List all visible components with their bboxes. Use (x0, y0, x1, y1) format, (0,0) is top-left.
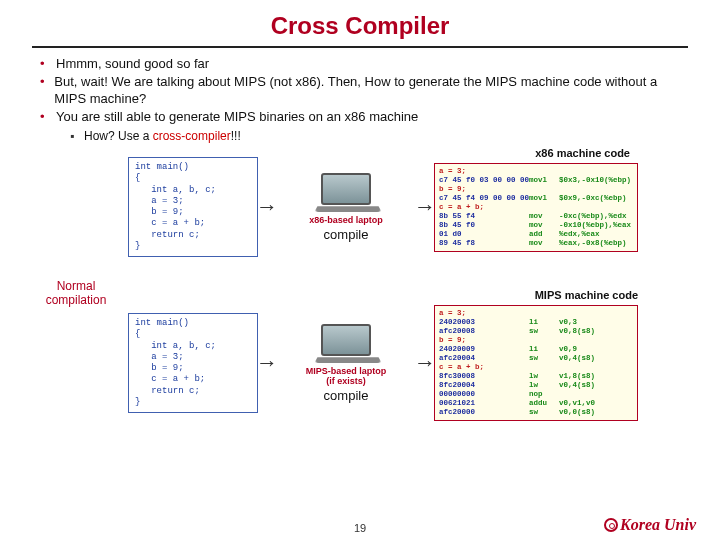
x86-row: int main() { int a, b, c; a = 3; b = 9; … (128, 157, 638, 257)
mips-laptop-block: MIPS-based laptop (if exists) compile (276, 324, 416, 403)
source-code-box-2: int main() { int a, b, c; a = 3; b = 9; … (128, 313, 258, 413)
bullet-dot: • (40, 74, 54, 107)
normal-line2: compilation (46, 293, 107, 307)
bullet-text: But, wait! We are talking about MIPS (no… (54, 74, 680, 107)
slide-title: Cross Compiler (0, 0, 720, 40)
title-divider (32, 46, 688, 48)
bullet-list: •Hmmm, sound good so far •But, wait! We … (40, 56, 680, 143)
normal-line1: Normal (57, 279, 96, 293)
normal-compilation-label: Normal compilation (30, 279, 122, 308)
bullet-dot: • (40, 56, 56, 72)
if-exists-label: (if exists) (276, 376, 416, 386)
sub-bullet-text: How? Use a cross-compiler!!! (84, 129, 241, 143)
laptop-icon (316, 324, 376, 364)
x86-laptop-block: x86-based laptop compile (276, 173, 416, 242)
arrow-icon: → (256, 194, 278, 220)
sub-suffix: !!! (231, 129, 241, 143)
cross-compiler-term: cross-compiler (153, 129, 231, 143)
mips-machine-code-box: a = 3;24020003liv0,3afc20008swv0,8(s8)b … (434, 305, 638, 421)
mips-row: int main() { int a, b, c; a = 3; b = 9; … (128, 305, 638, 421)
compile-label: compile (276, 227, 416, 242)
laptop-icon (316, 173, 376, 213)
arrow-icon: → (414, 350, 436, 376)
mips-mc-label: MIPS machine code (535, 289, 638, 301)
bullet-text: Hmmm, sound good so far (56, 56, 209, 72)
university-label: Korea Univ (604, 516, 696, 534)
sub-prefix: How? Use a (84, 129, 153, 143)
x86-laptop-label: x86-based laptop (276, 215, 416, 225)
source-code-box-1: int main() { int a, b, c; a = 3; b = 9; … (128, 157, 258, 257)
bullet-dot: • (40, 109, 56, 125)
arrow-icon: → (414, 194, 436, 220)
mips-laptop-label: MIPS-based laptop (276, 366, 416, 376)
arrow-icon: → (256, 350, 278, 376)
university-name: Korea Univ (620, 516, 696, 533)
x86-machine-code-box: a = 3;c7 45 f0 03 00 00 00movl$0x3,-0x10… (434, 163, 638, 252)
sub-bullet-square: ▪ (70, 129, 84, 143)
university-logo-icon (604, 518, 618, 532)
bullet-text: You are still able to generate MIPS bina… (56, 109, 418, 125)
compile-label: compile (276, 388, 416, 403)
footer: 19 Korea Univ (0, 522, 720, 534)
